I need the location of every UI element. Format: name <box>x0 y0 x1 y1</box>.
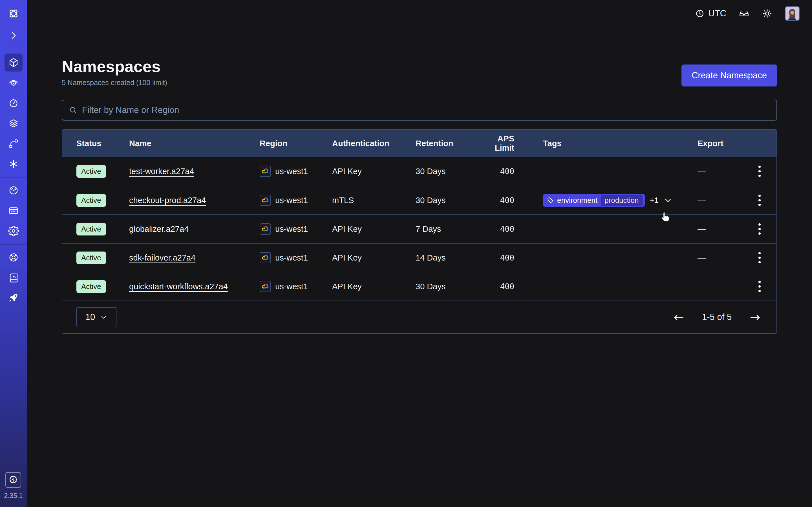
theme-toggle-sun-icon[interactable] <box>762 8 772 19</box>
row-menu-button[interactable] <box>743 193 776 208</box>
gcp-cloud-icon <box>260 166 271 177</box>
page-title: Namespaces <box>62 57 167 76</box>
user-avatar[interactable] <box>785 6 800 21</box>
tags-cell: environment production +1 <box>514 194 695 207</box>
namespace-link[interactable]: quickstart-workflows.a27a4 <box>129 282 228 291</box>
column-header-name: Name <box>129 139 260 148</box>
export-value: — <box>695 224 743 234</box>
timezone-label: UTC <box>708 8 726 18</box>
create-namespace-button[interactable]: Create Namespace <box>681 64 777 87</box>
export-value: — <box>695 253 743 263</box>
aps-limit-value: 400 <box>480 224 514 234</box>
kebab-icon <box>757 279 762 294</box>
retention-value: 30 Days <box>416 282 480 291</box>
sidebar-item-support[interactable] <box>0 247 27 268</box>
sidebar-divider <box>0 244 27 244</box>
kebab-icon <box>757 250 762 265</box>
tag-key: environment <box>557 196 598 205</box>
status-badge: Active <box>77 194 106 207</box>
gauge-icon <box>8 185 19 196</box>
book-icon <box>8 272 19 283</box>
region-label: us-west1 <box>275 196 308 205</box>
sidebar-item-nexus[interactable] <box>0 154 27 174</box>
region-label: us-west1 <box>275 224 308 234</box>
chevron-down-icon <box>100 314 107 321</box>
sidebar: $ 2.35.1 <box>0 0 27 507</box>
status-badge: Active <box>77 280 106 293</box>
gcp-cloud-icon <box>260 223 271 235</box>
tag-icon <box>547 197 554 204</box>
table-row: Active sdk-failover.a27a4 us-west1 API K… <box>62 243 776 272</box>
retention-value: 7 Days <box>416 224 480 234</box>
sidebar-expand-button[interactable] <box>8 31 18 41</box>
glasses-icon[interactable] <box>739 8 749 19</box>
row-menu-button[interactable] <box>743 279 776 294</box>
topbar: UTC <box>27 0 812 27</box>
authentication-value: mTLS <box>332 196 416 205</box>
page-size-select[interactable]: 10 <box>77 307 116 327</box>
namespace-link[interactable]: globalizer.a27a4 <box>129 224 189 233</box>
asterisk-icon <box>8 159 19 169</box>
sidebar-item-getting-started[interactable] <box>0 288 27 308</box>
page-subtitle: 5 Namespaces created (100 limit) <box>62 78 167 87</box>
sidebar-item-namespaces[interactable] <box>0 52 27 73</box>
card-icon <box>8 205 19 216</box>
namespace-link[interactable]: test-worker.a27a4 <box>129 167 194 176</box>
kebab-icon <box>757 164 762 179</box>
table-row: Active globalizer.a27a4 us-west1 API Key… <box>62 214 776 243</box>
sidebar-item-docs[interactable] <box>0 268 27 288</box>
eye-icon <box>8 77 19 88</box>
gcp-cloud-icon <box>260 281 271 292</box>
search-icon <box>68 106 78 115</box>
gcp-cloud-icon <box>260 194 271 206</box>
sidebar-item-timer[interactable] <box>0 93 27 113</box>
lifering-icon <box>8 252 19 263</box>
row-menu-button[interactable] <box>743 164 776 179</box>
table-row: Active checkout-prod.a27a4 us-west1 mTLS… <box>62 186 776 214</box>
kebab-icon <box>757 193 762 208</box>
sidebar-item-layers[interactable] <box>0 113 27 133</box>
authentication-value: API Key <box>332 224 416 234</box>
previous-page-button[interactable]: ← <box>673 311 684 323</box>
svg-text:$: $ <box>12 478 15 482</box>
namespaces-table: Status Name Region Authentication Retent… <box>62 129 777 334</box>
column-header-retention: Retention <box>416 139 480 148</box>
kebab-icon <box>757 222 762 236</box>
row-menu-button[interactable] <box>743 250 776 265</box>
namespace-link[interactable]: sdk-failover.a27a4 <box>129 253 195 262</box>
column-header-region: Region <box>260 139 332 148</box>
column-header-tags: Tags <box>514 139 695 148</box>
credits-button[interactable]: $ <box>5 472 21 488</box>
table-row: Active test-worker.a27a4 us-west1 API Ke… <box>62 157 776 186</box>
table-body: Active test-worker.a27a4 us-west1 API Ke… <box>62 157 776 300</box>
filter-field[interactable] <box>62 100 777 121</box>
chevron-down-icon[interactable] <box>664 196 672 205</box>
authentication-value: API Key <box>332 282 416 291</box>
authentication-value: API Key <box>332 253 416 263</box>
retention-value: 30 Days <box>416 167 480 176</box>
column-header-authentication: Authentication <box>332 139 416 148</box>
tag-pill[interactable]: environment production <box>543 194 645 207</box>
dollar-badge-icon: $ <box>8 475 18 485</box>
app-version: 2.35.1 <box>4 492 23 500</box>
aps-limit-value: 400 <box>480 167 514 176</box>
sidebar-item-billing[interactable] <box>0 201 27 221</box>
table-footer: 10 ← 1-5 of 5 → <box>62 300 776 333</box>
sidebar-item-monitor[interactable] <box>0 73 27 93</box>
page-size-value: 10 <box>86 312 95 322</box>
row-menu-button[interactable] <box>743 222 776 236</box>
namespace-link[interactable]: checkout-prod.a27a4 <box>129 196 206 205</box>
tag-more-count: +1 <box>650 196 659 205</box>
sidebar-item-settings[interactable] <box>0 221 27 241</box>
sidebar-item-integrations[interactable] <box>0 133 27 154</box>
export-value: — <box>695 167 743 176</box>
sidebar-item-usage[interactable] <box>0 180 27 201</box>
next-page-button[interactable]: → <box>750 311 760 323</box>
gcp-cloud-icon <box>260 252 271 263</box>
status-badge: Active <box>77 223 106 235</box>
branch-icon <box>8 138 19 149</box>
filter-input[interactable] <box>82 105 770 115</box>
timezone-selector[interactable]: UTC <box>695 8 726 18</box>
table-header-row: Status Name Region Authentication Retent… <box>62 130 776 157</box>
column-header-export: Export <box>695 139 743 148</box>
